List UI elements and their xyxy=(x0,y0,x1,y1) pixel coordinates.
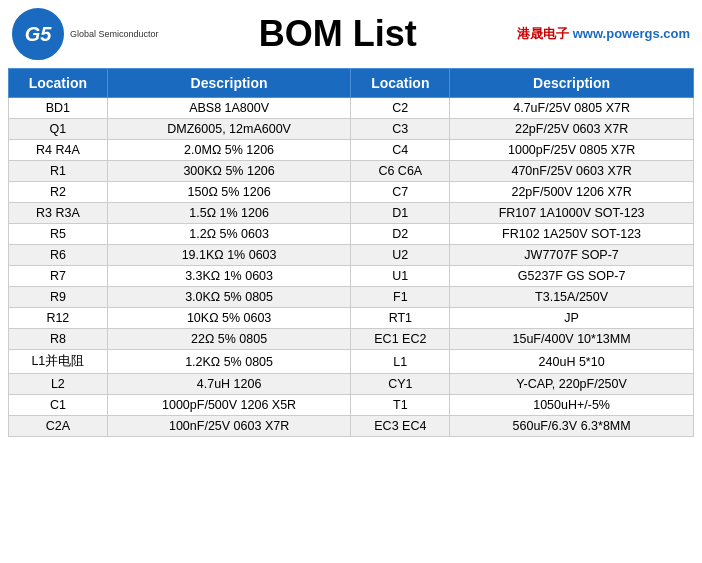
cell-location: EC3 EC4 xyxy=(351,416,450,437)
table-row: R4 R4A2.0MΩ 5% 1206C41000pF/25V 0805 X7R xyxy=(9,140,694,161)
cell-location: R12 xyxy=(9,308,108,329)
cell-location: C2A xyxy=(9,416,108,437)
cell-description: FR102 1A250V SOT-123 xyxy=(450,224,694,245)
col-header-desc2: Description xyxy=(450,69,694,98)
cell-location: C2 xyxy=(351,98,450,119)
cell-description: 1050uH+/-5% xyxy=(450,395,694,416)
cell-description: 1000pF/500V 1206 X5R xyxy=(107,395,351,416)
cell-location: D1 xyxy=(351,203,450,224)
table-row: R822Ω 5% 0805EC1 EC215uF/400V 10*13MM xyxy=(9,329,694,350)
cell-location: R6 xyxy=(9,245,108,266)
cell-description: 3.3KΩ 1% 0603 xyxy=(107,266,351,287)
cell-description: JP xyxy=(450,308,694,329)
cell-description: 3.0KΩ 5% 0805 xyxy=(107,287,351,308)
table-row: R93.0KΩ 5% 0805F1T3.15A/250V xyxy=(9,287,694,308)
cell-location: L1 xyxy=(351,350,450,374)
cell-location: C6 C6A xyxy=(351,161,450,182)
page-header: G5 Global Semiconductor BOM List 港晟电子 ww… xyxy=(0,0,702,64)
col-header-location2: Location xyxy=(351,69,450,98)
cell-location: R4 R4A xyxy=(9,140,108,161)
table-row: R73.3KΩ 1% 0603U1G5237F GS SOP-7 xyxy=(9,266,694,287)
table-row: R2150Ω 5% 1206C722pF/500V 1206 X7R xyxy=(9,182,694,203)
logo-area: G5 Global Semiconductor xyxy=(12,8,159,60)
cell-description: 240uH 5*10 xyxy=(450,350,694,374)
table-row: R619.1KΩ 1% 0603U2JW7707F SOP-7 xyxy=(9,245,694,266)
cell-location: L2 xyxy=(9,374,108,395)
cell-location: C3 xyxy=(351,119,450,140)
table-header-row: Location Description Location Descriptio… xyxy=(9,69,694,98)
table-row: R1210KΩ 5% 0603RT1JP xyxy=(9,308,694,329)
col-header-location1: Location xyxy=(9,69,108,98)
bom-table: Location Description Location Descriptio… xyxy=(8,68,694,437)
cell-location: R8 xyxy=(9,329,108,350)
cell-location: T1 xyxy=(351,395,450,416)
brand-text: 港晟电子 xyxy=(517,26,569,41)
title-area: BOM List xyxy=(159,13,518,55)
website-text: www.powergs.com xyxy=(573,26,690,41)
cell-description: T3.15A/250V xyxy=(450,287,694,308)
cell-description: DMZ6005, 12mA600V xyxy=(107,119,351,140)
cell-location: D2 xyxy=(351,224,450,245)
table-row: R51.2Ω 5% 0603D2FR102 1A250V SOT-123 xyxy=(9,224,694,245)
cell-description: FR107 1A1000V SOT-123 xyxy=(450,203,694,224)
cell-location: RT1 xyxy=(351,308,450,329)
cell-description: 560uF/6.3V 6.3*8MM xyxy=(450,416,694,437)
cell-location: R9 xyxy=(9,287,108,308)
table-row: L24.7uH 1206CY1Y-CAP, 220pF/250V xyxy=(9,374,694,395)
cell-location: U1 xyxy=(351,266,450,287)
cell-description: 100nF/25V 0603 X7R xyxy=(107,416,351,437)
cell-description: JW7707F SOP-7 xyxy=(450,245,694,266)
cell-description: 4.7uF/25V 0805 X7R xyxy=(450,98,694,119)
cell-location: R2 xyxy=(9,182,108,203)
cell-description: 10KΩ 5% 0603 xyxy=(107,308,351,329)
cell-description: 1000pF/25V 0805 X7R xyxy=(450,140,694,161)
cell-description: 22pF/500V 1206 X7R xyxy=(450,182,694,203)
cell-location: L1并电阻 xyxy=(9,350,108,374)
table-row: C11000pF/500V 1206 X5RT11050uH+/-5% xyxy=(9,395,694,416)
cell-location: R5 xyxy=(9,224,108,245)
table-row: L1并电阻1.2KΩ 5% 0805L1240uH 5*10 xyxy=(9,350,694,374)
cell-location: F1 xyxy=(351,287,450,308)
col-header-desc1: Description xyxy=(107,69,351,98)
cell-location: R3 R3A xyxy=(9,203,108,224)
cell-description: 2.0MΩ 5% 1206 xyxy=(107,140,351,161)
table-container: Location Description Location Descriptio… xyxy=(0,64,702,441)
table-row: R3 R3A1.5Ω 1% 1206D1FR107 1A1000V SOT-12… xyxy=(9,203,694,224)
cell-location: EC1 EC2 xyxy=(351,329,450,350)
cell-description: 22pF/25V 0603 X7R xyxy=(450,119,694,140)
cell-location: C1 xyxy=(9,395,108,416)
cell-location: Q1 xyxy=(9,119,108,140)
cell-location: C7 xyxy=(351,182,450,203)
cell-description: Y-CAP, 220pF/250V xyxy=(450,374,694,395)
cell-description: 22Ω 5% 0805 xyxy=(107,329,351,350)
cell-description: 1.2KΩ 5% 0805 xyxy=(107,350,351,374)
cell-description: 19.1KΩ 1% 0603 xyxy=(107,245,351,266)
cell-description: 1.5Ω 1% 1206 xyxy=(107,203,351,224)
cell-description: 4.7uH 1206 xyxy=(107,374,351,395)
cell-description: ABS8 1A800V xyxy=(107,98,351,119)
logo-g5-text: G5 xyxy=(25,23,52,46)
page-title: BOM List xyxy=(259,13,417,54)
table-row: C2A100nF/25V 0603 X7REC3 EC4560uF/6.3V 6… xyxy=(9,416,694,437)
cell-description: 150Ω 5% 1206 xyxy=(107,182,351,203)
table-row: R1300KΩ 5% 1206C6 C6A470nF/25V 0603 X7R xyxy=(9,161,694,182)
logo-sub-text: Global Semiconductor xyxy=(70,29,159,39)
table-row: BD1ABS8 1A800VC24.7uF/25V 0805 X7R xyxy=(9,98,694,119)
table-body: BD1ABS8 1A800VC24.7uF/25V 0805 X7RQ1DMZ6… xyxy=(9,98,694,437)
cell-location: BD1 xyxy=(9,98,108,119)
cell-description: 15uF/400V 10*13MM xyxy=(450,329,694,350)
cell-description: 470nF/25V 0603 X7R xyxy=(450,161,694,182)
cell-description: 300KΩ 5% 1206 xyxy=(107,161,351,182)
cell-description: G5237F GS SOP-7 xyxy=(450,266,694,287)
cell-location: U2 xyxy=(351,245,450,266)
top-right-info: 港晟电子 www.powergs.com xyxy=(517,25,690,43)
cell-description: 1.2Ω 5% 0603 xyxy=(107,224,351,245)
table-row: Q1DMZ6005, 12mA600VC322pF/25V 0603 X7R xyxy=(9,119,694,140)
cell-location: C4 xyxy=(351,140,450,161)
cell-location: CY1 xyxy=(351,374,450,395)
cell-location: R1 xyxy=(9,161,108,182)
logo-icon: G5 xyxy=(12,8,64,60)
cell-location: R7 xyxy=(9,266,108,287)
